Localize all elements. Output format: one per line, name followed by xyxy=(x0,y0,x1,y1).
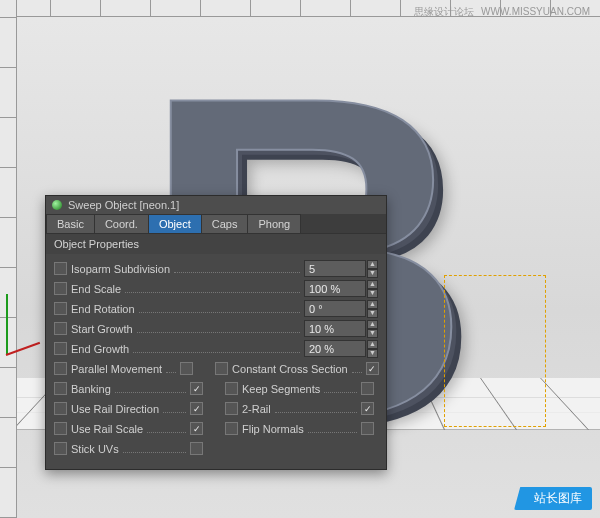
prop-row: BankingKeep Segments xyxy=(54,379,378,398)
anim-toggle[interactable] xyxy=(54,422,67,435)
prop-row: End Growth▲▼ xyxy=(54,339,378,358)
anim-toggle[interactable] xyxy=(54,282,67,295)
prop-row: Use Rail Direction2-Rail xyxy=(54,399,378,418)
ruler-vertical xyxy=(0,0,17,518)
prop-row: End Scale▲▼ xyxy=(54,279,378,298)
anim-toggle[interactable] xyxy=(225,422,238,435)
prop-label: Stick UVs xyxy=(71,443,119,455)
viewport-3d[interactable]: B 思缘设计论坛 WWW.MISSYUAN.COM 站长图库 Sweep Obj… xyxy=(0,0,600,518)
stepper-up[interactable]: ▲ xyxy=(367,300,378,309)
stepper-up[interactable]: ▲ xyxy=(367,280,378,289)
anim-toggle[interactable] xyxy=(225,402,238,415)
anim-toggle[interactable] xyxy=(54,262,67,275)
anim-toggle[interactable] xyxy=(225,382,238,395)
prop-row: End Rotation▲▼ xyxy=(54,299,378,318)
tab-phong[interactable]: Phong xyxy=(247,214,301,233)
prop-label: Parallel Movement xyxy=(71,363,162,375)
prop-label: End Scale xyxy=(71,283,121,295)
tab-object[interactable]: Object xyxy=(148,214,202,233)
checkbox[interactable] xyxy=(190,442,203,455)
checkbox[interactable] xyxy=(361,422,374,435)
stepper-down[interactable]: ▼ xyxy=(367,329,378,338)
checkbox[interactable] xyxy=(190,422,203,435)
stepper-up[interactable]: ▲ xyxy=(367,320,378,329)
selection-outline xyxy=(444,275,546,427)
watermark-url: WWW.MISSYUAN.COM xyxy=(481,6,590,17)
checkbox[interactable] xyxy=(361,382,374,395)
dots-fill xyxy=(163,404,186,413)
panel-title: Sweep Object [neon.1] xyxy=(68,199,179,211)
watermark-text: 思缘设计论坛 xyxy=(414,6,474,17)
prop-label: Use Rail Scale xyxy=(71,423,143,435)
value-input[interactable] xyxy=(304,280,366,297)
prop-row: Parallel MovementConstant Cross Section xyxy=(54,359,378,378)
attribute-panel: Sweep Object [neon.1] BasicCoord.ObjectC… xyxy=(45,195,387,470)
anim-toggle[interactable] xyxy=(54,442,67,455)
value-input[interactable] xyxy=(304,340,366,357)
prop-row: Use Rail ScaleFlip Normals xyxy=(54,419,378,438)
dots-fill xyxy=(166,364,176,373)
anim-toggle[interactable] xyxy=(215,362,228,375)
prop-label: Isoparm Subdivision xyxy=(71,263,170,275)
dots-fill xyxy=(352,364,362,373)
anim-toggle[interactable] xyxy=(54,402,67,415)
tab-caps[interactable]: Caps xyxy=(201,214,249,233)
stepper-up[interactable]: ▲ xyxy=(367,340,378,349)
value-input[interactable] xyxy=(304,320,366,337)
checkbox[interactable] xyxy=(190,402,203,415)
anim-toggle[interactable] xyxy=(54,302,67,315)
dots-fill xyxy=(275,404,357,413)
watermark-top: 思缘设计论坛 WWW.MISSYUAN.COM xyxy=(410,4,590,19)
dots-fill xyxy=(137,324,300,333)
prop-row: Stick UVs xyxy=(54,439,378,458)
panel-tabs: BasicCoord.ObjectCapsPhong xyxy=(46,214,386,233)
checkbox[interactable] xyxy=(190,382,203,395)
dots-fill xyxy=(147,424,186,433)
dots-fill xyxy=(324,384,357,393)
prop-row: Start Growth▲▼ xyxy=(54,319,378,338)
prop-label: 2-Rail xyxy=(242,403,271,415)
prop-label: End Rotation xyxy=(71,303,135,315)
checkbox[interactable] xyxy=(366,362,379,375)
prop-row: Isoparm Subdivision▲▼ xyxy=(54,259,378,278)
stepper-down[interactable]: ▼ xyxy=(367,269,378,278)
value-input[interactable] xyxy=(304,260,366,277)
dots-fill xyxy=(125,284,300,293)
anim-toggle[interactable] xyxy=(54,382,67,395)
prop-label: End Growth xyxy=(71,343,129,355)
anim-toggle[interactable] xyxy=(54,342,67,355)
stepper-down[interactable]: ▼ xyxy=(367,289,378,298)
prop-label: Constant Cross Section xyxy=(232,363,348,375)
stepper-down[interactable]: ▼ xyxy=(367,349,378,358)
prop-label: Keep Segments xyxy=(242,383,320,395)
dots-fill xyxy=(123,444,186,453)
section-header: Object Properties xyxy=(46,233,386,254)
properties-body: Isoparm Subdivision▲▼End Scale▲▼End Rota… xyxy=(46,254,386,469)
value-input[interactable] xyxy=(304,300,366,317)
tab-basic[interactable]: Basic xyxy=(46,214,95,233)
dots-fill xyxy=(139,304,300,313)
dots-fill xyxy=(308,424,357,433)
badge-bottom-right: 站长图库 xyxy=(514,487,592,510)
checkbox[interactable] xyxy=(180,362,193,375)
axis-gizmo xyxy=(0,288,46,408)
stepper-down[interactable]: ▼ xyxy=(367,309,378,318)
checkbox[interactable] xyxy=(361,402,374,415)
panel-title-bar[interactable]: Sweep Object [neon.1] xyxy=(46,196,386,214)
anim-toggle[interactable] xyxy=(54,322,67,335)
dots-fill xyxy=(174,264,300,273)
prop-label: Use Rail Direction xyxy=(71,403,159,415)
tab-coord[interactable]: Coord. xyxy=(94,214,149,233)
anim-toggle[interactable] xyxy=(54,362,67,375)
dots-fill xyxy=(133,344,300,353)
prop-label: Start Growth xyxy=(71,323,133,335)
stepper-up[interactable]: ▲ xyxy=(367,260,378,269)
prop-label: Banking xyxy=(71,383,111,395)
object-icon xyxy=(52,200,62,210)
prop-label: Flip Normals xyxy=(242,423,304,435)
dots-fill xyxy=(115,384,186,393)
